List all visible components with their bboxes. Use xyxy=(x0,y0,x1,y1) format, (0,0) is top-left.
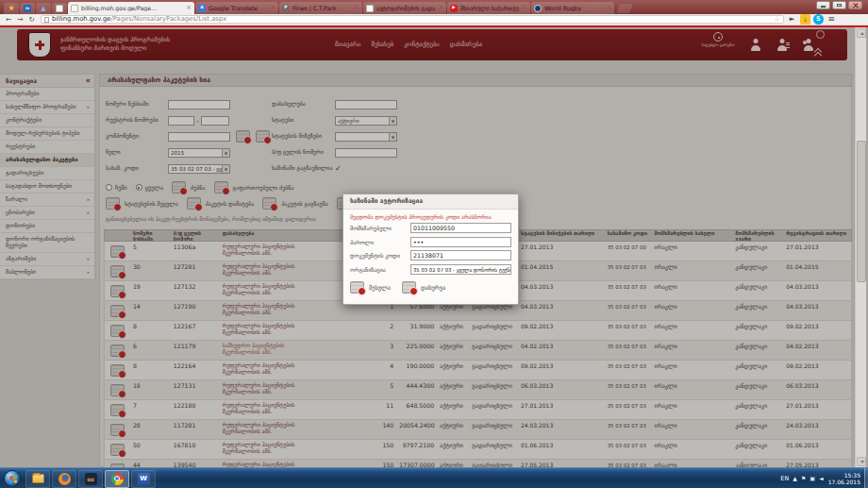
page-icon xyxy=(44,17,49,23)
tab-close-icon[interactable]: × xyxy=(438,5,443,11)
modal-input[interactable]: 35 03 02 07 03 - ყველა დონორის ტექნიკურ xyxy=(410,264,511,275)
modal-field-row: პაროლი••• xyxy=(350,236,511,247)
tab-title: Google Translate xyxy=(209,5,267,11)
tab-close-icon[interactable]: × xyxy=(522,5,527,11)
star-icon: ★ xyxy=(8,5,15,12)
extension-arrow-icon[interactable]: ► xyxy=(787,14,797,25)
tab-close-icon[interactable]: × xyxy=(186,5,192,11)
modal-close-button[interactable]: დახურვა xyxy=(402,281,445,294)
youtube-icon: ▶ xyxy=(450,5,458,12)
windows-flag-icon xyxy=(9,475,17,483)
tab[interactable]: World Rugby× xyxy=(531,2,614,14)
window-controls xyxy=(816,1,862,9)
translate-icon: A xyxy=(198,5,206,12)
pinned-tab[interactable] xyxy=(52,3,67,14)
modal-fields: მომხმარებელი01011009550პაროლი•••დოკუმენტ… xyxy=(343,223,518,276)
modal-field-row: ორგანიზაცია35 03 02 07 03 - ყველა დონორი… xyxy=(350,263,511,275)
minimize-button[interactable] xyxy=(816,1,830,9)
chrome-icon xyxy=(111,473,124,485)
oz-icon: oz xyxy=(85,473,97,485)
word-icon: W xyxy=(138,473,150,485)
explorer-icon xyxy=(32,474,44,483)
address-bar[interactable]: billing.moh.gov.ge /Pages/NonsalaryPacka… xyxy=(41,15,784,24)
taskbar-app-explorer[interactable] xyxy=(25,470,50,488)
document-icon xyxy=(71,5,78,12)
page-scrollbar[interactable] xyxy=(855,27,866,467)
modal-title: ხაზინაში ავტორიზაცია xyxy=(343,194,518,210)
tab-title: World Rugby xyxy=(544,5,603,11)
pinned-tab[interactable]: ▲ xyxy=(36,3,51,14)
bookmark-star-icon[interactable]: ☆ xyxy=(775,16,780,23)
globe-icon xyxy=(534,5,542,12)
tab-close-icon[interactable]: × xyxy=(606,5,611,11)
parking-icon: P xyxy=(282,5,290,12)
reload-icon[interactable]: ↻ xyxy=(29,16,35,24)
extension-downloader-icon[interactable]: ↓ xyxy=(800,14,810,25)
treasury-auth-modal: ხაზინაში ავტორიზაცია შეცდომა დოკუმენტის … xyxy=(342,194,519,305)
taskbar-app-oz[interactable]: oz xyxy=(78,470,103,488)
modal-field-row: მომხმარებელი01011009550 xyxy=(350,223,511,234)
taskbar-app-word[interactable]: W xyxy=(131,470,156,488)
modal-input[interactable]: 01011009550 xyxy=(410,223,511,233)
modal-button-icon[interactable] xyxy=(402,281,416,294)
linkedin-icon: in xyxy=(24,5,31,12)
network-icon[interactable]: ▣ xyxy=(810,476,815,481)
tab-active[interactable]: billing.moh.gov.ge/Page…× xyxy=(68,2,194,14)
document-icon xyxy=(56,5,63,12)
tab-close-icon[interactable]: × xyxy=(354,5,359,11)
tab-title: მხიარული საქართველ… xyxy=(460,5,519,11)
forward-icon[interactable]: → xyxy=(17,16,23,24)
browser-toolbar: ← → ↻ billing.moh.gov.ge /Pages/Nonsalar… xyxy=(0,14,868,25)
scroll-thumb[interactable] xyxy=(857,141,866,282)
firefox-icon xyxy=(58,473,71,485)
tab-strip: ★in▲billing.moh.gov.ge/Page…×AGoogle Tra… xyxy=(0,0,868,14)
start-button[interactable] xyxy=(4,470,21,487)
taskbar-apps: ozW xyxy=(25,469,156,488)
tab-title: Fines | C.T.Park xyxy=(292,5,351,11)
show-desktop-button[interactable] xyxy=(864,468,868,488)
taskbar-app-chrome[interactable] xyxy=(105,470,129,488)
modal-field-label: ორგანიზაცია xyxy=(350,266,410,273)
taskbar-app-firefox[interactable] xyxy=(52,470,76,488)
page-viewport: ჯანმრთელობის დაცვის პროგრამების ფინანსურ… xyxy=(0,27,868,467)
tray-expand-icon[interactable]: ▲ xyxy=(793,476,797,481)
modal-submit-button[interactable]: შესვლა xyxy=(350,281,391,294)
scroll-down-icon[interactable] xyxy=(857,457,866,466)
clock-date: 17.06.2015 xyxy=(828,479,860,485)
taskbar: ozW EN ▲⚑▣◄ 15:35 17.06.2015 xyxy=(0,467,868,488)
pinned-tab[interactable]: ★ xyxy=(4,3,19,14)
modal-error-text: შეცდომა დოკუმენტის პროცედურის კოდი არასწ… xyxy=(350,214,511,220)
tab[interactable]: ავტოჯარიმების გადახ…× xyxy=(363,2,446,14)
tab[interactable]: ▶მხიარული საქართველ…× xyxy=(447,2,530,14)
tray-icons: ▲⚑▣◄ xyxy=(789,476,823,481)
pinned-tab[interactable]: in xyxy=(20,3,35,14)
scroll-up-icon[interactable] xyxy=(857,28,866,38)
modal-button-icon[interactable] xyxy=(350,281,364,294)
browser-menu-icon[interactable]: ≡ xyxy=(826,14,837,25)
action-center-flag-icon[interactable]: ⚑ xyxy=(801,476,806,481)
tab[interactable]: AGoogle Translate× xyxy=(195,2,278,14)
modal-input[interactable]: 21138071 xyxy=(410,250,511,261)
screen: ★in▲billing.moh.gov.ge/Page…×AGoogle Tra… xyxy=(0,0,868,488)
new-tab-button[interactable] xyxy=(616,4,632,13)
extension-skype-icon[interactable]: S xyxy=(813,14,824,25)
tab-title: billing.moh.gov.ge/Page… xyxy=(81,5,183,11)
volume-icon[interactable]: ◄ xyxy=(819,476,824,481)
maximize-button[interactable] xyxy=(832,1,846,9)
language-indicator[interactable]: EN xyxy=(780,475,789,482)
triangle-icon: ▲ xyxy=(40,5,47,12)
modal-buttons: შესვლადახურვა xyxy=(350,281,511,294)
document-icon xyxy=(366,5,374,12)
modal-button-label: შესვლა xyxy=(369,284,391,291)
clock-time: 15:35 xyxy=(828,472,860,479)
clock[interactable]: 15:35 17.06.2015 xyxy=(828,472,860,485)
modal-field-row: დოკუმენტის კოდი21138071 xyxy=(350,250,511,261)
tab-title: ავტოჯარიმების გადახ… xyxy=(376,5,435,11)
close-button[interactable] xyxy=(848,1,862,9)
url-path: /Pages/NonsalaryPackages/List.aspx xyxy=(110,16,774,23)
modal-field-label: პაროლი xyxy=(350,239,410,245)
modal-input[interactable]: ••• xyxy=(410,237,511,247)
tab-close-icon[interactable]: × xyxy=(270,5,275,11)
back-icon[interactable]: ← xyxy=(6,16,11,24)
tab[interactable]: PFines | C.T.Park× xyxy=(279,2,362,14)
